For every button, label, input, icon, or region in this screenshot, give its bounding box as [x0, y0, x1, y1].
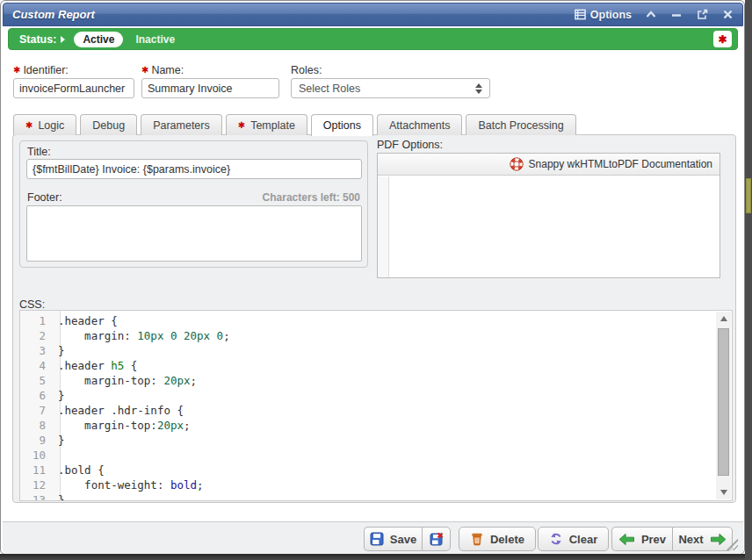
css-code-editor[interactable]: 1.header {2 margin: 10px 0 20px 0;3}4.he…: [19, 310, 733, 501]
name-input[interactable]: [141, 78, 279, 98]
code-line: 2 margin: 10px 0 20px 0;: [20, 328, 714, 343]
code-line: 7.header .hdr-info {: [20, 403, 714, 418]
bottom-edge-strip: [0, 554, 745, 560]
roles-label: Roles:: [291, 64, 322, 76]
scroll-down-button[interactable]: [716, 485, 731, 499]
code-line: 3}: [20, 343, 714, 358]
arrow-right-icon: [710, 533, 727, 546]
save-cancel-icon: [430, 532, 444, 546]
scroll-up-button[interactable]: [716, 312, 731, 326]
close-icon: [723, 10, 733, 19]
footer-textarea[interactable]: [26, 205, 362, 262]
pdf-options-label: PDF Options:: [377, 139, 443, 151]
scrollbar-marker: [746, 178, 751, 213]
tab-parameters[interactable]: Parameters: [141, 114, 222, 135]
external-link-icon: [697, 9, 708, 20]
title-input[interactable]: [26, 159, 362, 179]
code-line: 12 font-weight: bold;: [20, 477, 714, 492]
save-close-button[interactable]: [422, 527, 451, 551]
popout-button[interactable]: [696, 9, 708, 21]
status-active-button[interactable]: Active: [74, 32, 123, 47]
life-buoy-icon: [510, 157, 524, 171]
minimize-button[interactable]: [670, 9, 683, 21]
pdf-options-editor[interactable]: [378, 176, 719, 277]
save-icon: [370, 532, 384, 546]
pdf-options-panel: Snappy wkHTMLtoPDF Documentation: [377, 153, 720, 278]
scrollbar-thumb[interactable]: [718, 328, 729, 476]
arrow-left-icon: [618, 533, 635, 546]
clear-button[interactable]: Clear: [538, 527, 609, 551]
roles-selected-value: Select Roles: [299, 83, 360, 95]
minus-icon: [671, 10, 682, 20]
tab-options[interactable]: Options: [311, 114, 373, 136]
status-label: Status:: [19, 33, 56, 46]
tab-strip: ✱Logic Debug Parameters ✱Template Option…: [13, 114, 576, 135]
next-button[interactable]: Next: [672, 527, 733, 551]
title-footer-group: Title: Footer: Characters left: 500: [19, 140, 368, 268]
identifier-label: ✱Identifier:: [13, 64, 69, 76]
code-line: 9}: [20, 433, 714, 448]
tab-debug[interactable]: Debug: [80, 114, 137, 135]
save-button[interactable]: Save: [364, 527, 422, 551]
footer-toolbar: Save Delete Clear Prev Next: [3, 521, 743, 554]
browser-scrollbar-strip[interactable]: [745, 0, 752, 560]
close-button[interactable]: [721, 9, 734, 21]
required-marker: ✱: [238, 120, 245, 130]
title-field-label: Title:: [27, 146, 51, 158]
status-bar: Status: Active Inactive ✱: [8, 28, 738, 50]
trash-icon: [470, 532, 484, 546]
collapse-button[interactable]: [645, 9, 657, 21]
code-line: 6}: [20, 388, 714, 403]
delete-button[interactable]: Delete: [459, 527, 536, 551]
css-field-label: CSS:: [19, 298, 45, 311]
custom-report-dialog: Custom Report Options Status: Active Ina: [0, 0, 745, 555]
required-marker: ✱: [25, 120, 33, 130]
pdf-doc-link[interactable]: Snappy wkHTMLtoPDF Documentation: [378, 154, 719, 176]
options-menu-label: Options: [590, 9, 632, 21]
tab-template[interactable]: ✱Template: [226, 114, 307, 135]
footer-field-label: Footer:: [27, 191, 62, 204]
code-line: 11.bold {: [20, 463, 714, 477]
required-badge: ✱: [713, 31, 732, 47]
tab-logic[interactable]: ✱Logic: [13, 114, 76, 135]
code-line: 8 margin-top:20px;: [20, 418, 714, 433]
caret-right-icon: [61, 36, 65, 43]
required-marker: ✱: [141, 65, 148, 75]
options-tab-panel: Title: Footer: Characters left: 500 PDF …: [12, 134, 736, 503]
pdf-doc-link-label: Snappy wkHTMLtoPDF Documentation: [529, 158, 712, 170]
required-marker: ✱: [13, 65, 20, 75]
options-menu-button[interactable]: Options: [575, 9, 632, 21]
code-line: 1.header {: [20, 313, 714, 328]
code-line: 10: [20, 448, 714, 463]
code-line: 4.header h5 {: [20, 358, 714, 373]
roles-select[interactable]: Select Roles: [291, 78, 490, 98]
tab-batch-processing[interactable]: Batch Processing: [466, 114, 575, 135]
status-inactive-button[interactable]: Inactive: [135, 33, 175, 46]
identifier-input[interactable]: [13, 78, 134, 98]
refresh-icon: [549, 532, 563, 546]
chevron-up-icon: [646, 11, 656, 18]
css-editor-scrollbar[interactable]: [716, 312, 731, 499]
select-stepper-icon: [475, 83, 482, 94]
css-code-lines: 1.header {2 margin: 10px 0 20px 0;3}4.he…: [20, 313, 714, 501]
title-bar: Custom Report Options: [3, 3, 743, 26]
code-line: 5 margin-top: 20px;: [20, 373, 714, 388]
window-title: Custom Report: [12, 8, 95, 21]
list-icon: [575, 9, 586, 20]
name-label: ✱Name:: [141, 64, 184, 76]
triangle-up-icon: [720, 316, 727, 321]
pdf-editor-gutter: [378, 176, 389, 277]
tab-attachments[interactable]: Attachments: [377, 114, 462, 135]
prev-button[interactable]: Prev: [611, 527, 672, 551]
characters-left-counter: Characters left: 500: [263, 191, 360, 204]
triangle-down-icon: [720, 490, 727, 495]
code-line: 13}: [20, 492, 714, 501]
